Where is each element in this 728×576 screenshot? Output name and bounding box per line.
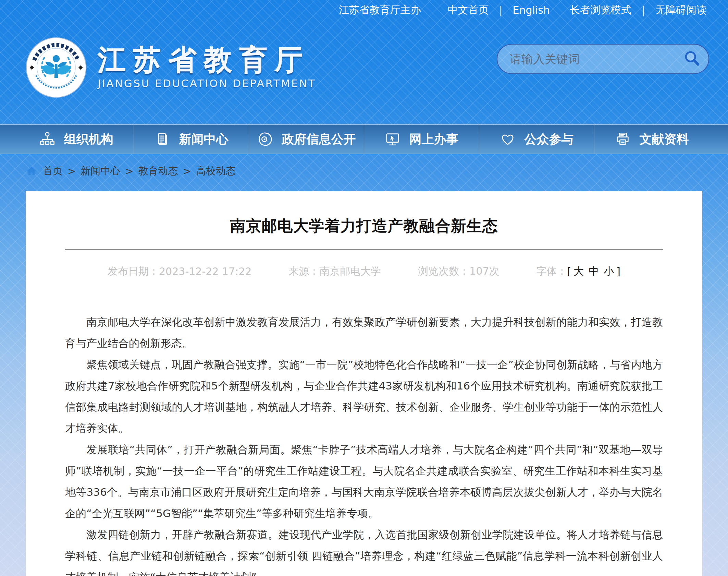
chinese-home-link[interactable]: 中文首页 [447,3,489,17]
news-doc-icon [155,131,170,147]
bracket-close: ] [616,265,620,277]
nav-label: 组织机构 [64,131,113,148]
online-services-icon [385,131,400,147]
source: 来源： 南京邮电大学 [288,264,381,278]
top-links-left-group: 中文首页 | English [447,3,550,17]
jiangsu-education-emblem-logo [26,37,87,98]
breadcrumb: 首页 > 新闻中心 > 教育动态 > 高校动态 [26,164,728,179]
article-title: 南京邮电大学着力打造产教融合新生态 [65,216,663,236]
search-icon [683,63,701,69]
publish-date-value: 2023-12-22 17:22 [159,265,251,277]
breadcrumb-separator: > [125,165,133,177]
site-header: 江苏省教育厅 JIANGSU EDUCATION DEPARTMENT [0,16,728,124]
search-box [497,44,709,74]
search-button[interactable] [682,49,702,69]
home-icon[interactable] [26,165,37,177]
site-title: 江苏省教育厅 [98,45,316,75]
org-chart-icon [39,131,55,147]
brand-block: 江苏省教育厅 JIANGSU EDUCATION DEPARTMENT [98,45,316,89]
font-size-label: 字体： [536,264,567,278]
article-meta: 发布日期： 2023-12-22 17:22 来源： 南京邮电大学 浏览次数： … [65,264,663,278]
top-links-right-group: 长者浏览模式 | 无障碍阅读 [570,3,707,17]
article-paragraph: 发展联培“共同体”，打开产教融合新局面。聚焦“卡脖子”技术高端人才培养，与大院名… [65,439,663,524]
archive-printer-icon [615,131,631,147]
publish-date-label: 发布日期： [108,264,159,278]
nav-label: 网上办事 [409,131,459,148]
nav-item-news-center[interactable]: 新闻中心 [134,125,249,154]
search-input[interactable] [510,52,682,66]
breadcrumb-item-home[interactable]: 首页 [43,164,63,178]
article-paragraph: 激发四链创新力，开辟产教融合新赛道。建设现代产业学院，入选首批国家级创新创业学院… [65,524,663,576]
source-label: 来源： [288,264,319,278]
breadcrumb-item-education-news[interactable]: 教育动态 [138,164,178,178]
font-size-small-button[interactable]: 小 [604,264,614,278]
font-size-medium-button[interactable]: 中 [589,264,599,278]
english-link[interactable]: English [513,4,550,16]
nav-label: 文献资料 [640,131,689,148]
breadcrumb-separator: > [67,165,76,177]
nav-label: 新闻中心 [179,131,229,148]
title-divider [65,249,663,250]
elder-mode-link[interactable]: 长者浏览模式 [570,3,631,17]
nav-label: 政府信息公开 [282,131,356,148]
main-navigation: 组织机构 新闻中心 政府信息公开 [0,124,728,154]
article-body: 南京邮电大学在深化改革创新中激发教育发展活力，有效集聚政产学研创新要素，大力提升… [65,311,663,576]
nav-item-documents[interactable]: 文献资料 [594,125,709,154]
font-size-large-button[interactable]: 大 [573,264,584,278]
nav-item-public-participation[interactable]: 公众参与 [479,125,594,154]
sponsor-link[interactable]: 江苏省教育厅主办 [338,3,421,17]
nav-item-online-services[interactable]: 网上办事 [364,125,479,154]
view-count: 浏览次数： 107次 [418,264,499,278]
separator: | [642,4,645,16]
nav-item-organization[interactable]: 组织机构 [19,125,134,154]
heart-icon [500,131,516,147]
top-utility-bar: 江苏省教育厅主办 中文首页 | English 长者浏览模式 | 无障碍阅读 [0,0,728,16]
breadcrumb-item-news-center[interactable]: 新闻中心 [81,164,120,178]
article-paragraph: 南京邮电大学在深化改革创新中激发教育发展活力，有效集聚政产学研创新要素，大力提升… [65,311,663,354]
accessibility-link[interactable]: 无障碍阅读 [655,3,707,17]
article-paragraph: 聚焦领域关键点，巩固产教融合强支撑。实施“一市一院”校地特色化合作战略和“一技一… [65,354,663,439]
view-count-value: 107次 [469,264,499,278]
bracket-open: [ [567,265,571,277]
nav-label: 公众参与 [525,131,574,148]
publish-date: 发布日期： 2023-12-22 17:22 [108,264,251,278]
source-value: 南京邮电大学 [319,264,381,278]
font-size-controls: 字体： [ 大 中 小 ] [536,264,620,278]
nav-item-gov-info-disclosure[interactable]: 政府信息公开 [249,125,364,154]
site-subtitle: JIANGSU EDUCATION DEPARTMENT [98,77,316,89]
info-disclosure-icon [257,131,273,147]
separator: | [499,4,502,16]
article-card: 南京邮电大学着力打造产教融合新生态 发布日期： 2023-12-22 17:22… [26,191,702,576]
breadcrumb-separator: > [183,165,191,177]
view-count-label: 浏览次数： [418,264,469,278]
breadcrumb-item-university-news[interactable]: 高校动态 [196,164,236,178]
